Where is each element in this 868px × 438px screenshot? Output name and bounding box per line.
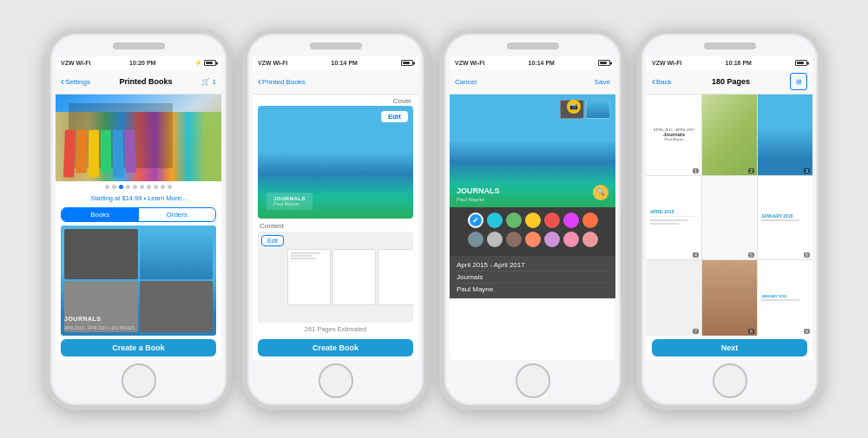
phone-4-screen: VZW Wi-Fi 10:16 PM ‹ Back 180 Pages ⊞ AP… [647, 56, 812, 360]
color-swatch-pink[interactable] [563, 232, 579, 247]
color-swatch-green[interactable] [506, 212, 522, 228]
phone-3-date-range: April 2015 - April 2017 [457, 259, 608, 271]
color-swatch-coral[interactable] [525, 232, 541, 247]
phone-4-next-button[interactable]: Next [652, 339, 807, 356]
page-cell-2[interactable]: 2 [702, 95, 757, 175]
phone-4-page-grid: APRIL 2015 - APRIL 2017 Journals Paul Ma… [647, 95, 812, 336]
page-cell-9[interactable]: JANUARY 2016 9 [758, 260, 812, 335]
content-page-1 [287, 249, 331, 305]
phone-3-info-title: Journals [457, 271, 608, 284]
qr-icon[interactable]: ⊞ [790, 73, 807, 90]
page-cell-5[interactable]: 5 [702, 176, 757, 259]
page-cell-6[interactable]: JANUARY 2016 6 [758, 176, 812, 259]
camera-icon: 📷 [567, 100, 581, 114]
phone-2-create-button[interactable]: Create Book [258, 339, 413, 356]
cell-num-8: 8 [748, 329, 754, 334]
thumb-meta: APR 2015 - APR 2017 • 261 PAGES [64, 325, 135, 330]
cell-num-2: 2 [748, 168, 754, 173]
color-swatch-blue[interactable]: ✓ ✓ [468, 212, 483, 228]
phone-2-edit-cover-button[interactable]: Edit [381, 111, 408, 122]
phone-3-status-bar: VZW Wi-Fi 10:14 PM [450, 56, 615, 70]
color-swatch-orange[interactable] [582, 212, 598, 228]
phone-3-subtitle: Paul Mayne [457, 197, 484, 202]
thumb-photo-2 [140, 229, 214, 280]
phone-2-cover-section: JOURNALS Paul Mayne Edit [258, 106, 413, 219]
cell-9-label: JANUARY 2016 [761, 294, 786, 298]
phone-1-status-right: ⚡ [194, 60, 216, 67]
phone-4-carrier: VZW Wi-Fi [652, 60, 682, 66]
phone-4-back-label: Back [656, 78, 672, 86]
content-page-2 [332, 249, 376, 305]
phone-3-battery [598, 60, 610, 66]
dot-4 [126, 185, 130, 189]
color-swatch-rose[interactable] [582, 232, 598, 247]
color-swatch-red[interactable] [544, 212, 560, 228]
thumb-journals-title: Journals [64, 316, 213, 322]
phone-3-title: JOURNALS [457, 186, 500, 195]
cell-num-9: 9 [804, 329, 810, 334]
phone-3-cancel-button[interactable]: Cancel [455, 78, 477, 86]
phone-1-nav-title: Printed Books [90, 77, 201, 86]
back-arrow-4-icon: ‹ [652, 75, 655, 88]
dot-10 [168, 185, 172, 189]
cover-journals-text: JOURNALS [273, 196, 306, 201]
phones-container: VZW Wi-Fi 10:20 PM ⚡ ‹ Settings Printed … [36, 20, 832, 419]
cell-num-4: 4 [693, 252, 699, 258]
tab-books[interactable]: Books [62, 208, 139, 221]
page-cell-4[interactable]: APRIL 2015 4 [647, 176, 701, 259]
thumb-photo-1 [64, 229, 138, 280]
phone-3: VZW Wi-Fi 10:14 PM Cancel Save 📷 [439, 29, 626, 410]
phone-2-content-pages [284, 232, 413, 323]
phone-1-create-button[interactable]: Create a Book [61, 339, 216, 356]
page-cell-1[interactable]: APRIL 2015 - APRIL 2017 Journals Paul Ma… [647, 95, 701, 175]
phone-1: VZW Wi-Fi 10:20 PM ⚡ ‹ Settings Printed … [45, 29, 232, 410]
thumb-photo-4 [140, 281, 214, 332]
page-cell-8[interactable]: 8 [702, 260, 757, 335]
color-swatch-purple[interactable] [563, 212, 579, 228]
cell-6-label: JANUARY 2016 [761, 213, 792, 219]
phone-1-price: Starting at $14.99 • Learn More... [56, 193, 221, 204]
cell-num-6: 6 [804, 252, 810, 258]
phone-3-info: April 2015 - April 2017 Journals Paul Ma… [450, 256, 615, 298]
page-cell-3[interactable]: 3 [758, 95, 812, 175]
phone-2-status-bar: VZW Wi-Fi 10:14 PM [253, 56, 418, 70]
phone-3-save-button[interactable]: Save [595, 78, 610, 86]
bluetooth-icon: ⚡ [194, 60, 202, 67]
page-cell-7[interactable]: 7 [647, 260, 701, 335]
phone-4-nav: ‹ Back 180 Pages ⊞ [647, 70, 812, 95]
dot-1 [105, 185, 109, 189]
phone-2-back-button[interactable]: ‹ Printed Books [258, 75, 306, 88]
dot-9 [161, 185, 165, 189]
phone-1-status-left: VZW Wi-Fi [61, 60, 91, 66]
books-stack-image [56, 95, 221, 181]
cell-num-1: 1 [693, 168, 699, 173]
phone-3-zoom-button[interactable]: 🔍 [593, 185, 608, 200]
thumb-text-block: Journals [64, 316, 213, 322]
phone-4-nav-title: 180 Pages [672, 77, 790, 86]
color-swatch-lavender[interactable] [544, 232, 560, 247]
phone-2-content-label: Content [253, 219, 418, 232]
back-arrow-icon: ‹ [61, 75, 64, 88]
dot-7 [147, 185, 151, 189]
color-swatch-lightgray[interactable] [487, 232, 503, 247]
phone-4-back-button[interactable]: ‹ Back [652, 75, 672, 88]
phone-2-edit-content-button[interactable]: Edit [261, 235, 284, 246]
overlay-photo-2 [586, 100, 610, 119]
color-swatch-cyan[interactable] [487, 212, 503, 228]
dot-5 [133, 185, 137, 189]
color-swatch-gray[interactable] [468, 232, 483, 247]
phone-1-back-button[interactable]: ‹ Settings [61, 75, 90, 88]
color-swatch-brown[interactable] [506, 232, 522, 247]
phone-1-book-thumbnail: Journals APR 2015 - APR 2017 • 261 PAGES [61, 226, 216, 336]
phone-2-carrier: VZW Wi-Fi [258, 60, 288, 66]
color-row-1: ✓ ✓ [455, 212, 610, 228]
learn-more-link[interactable]: Learn More... [148, 194, 187, 202]
tab-orders[interactable]: Orders [139, 208, 216, 221]
phone-2-pages-count: 261 Pages Estimated [253, 323, 418, 336]
phone-2-screen: VZW Wi-Fi 10:14 PM ‹ Printed Books Cover… [253, 56, 418, 360]
color-swatch-yellow[interactable] [525, 212, 541, 228]
phone-1-cart[interactable]: 🛒 1 [201, 78, 216, 86]
content-page-3 [378, 249, 413, 305]
phone-4-battery [795, 60, 807, 66]
phone-2-back-label: Printed Books [262, 78, 306, 86]
